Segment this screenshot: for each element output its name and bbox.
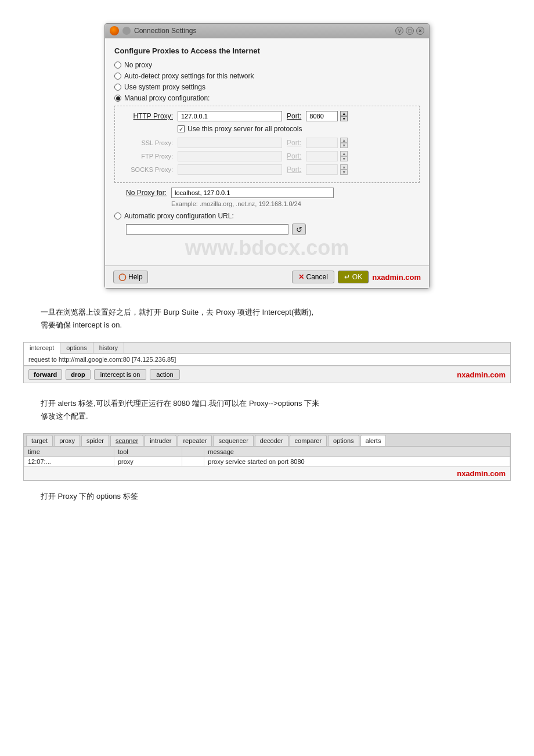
radio-system-proxy[interactable]: Use system proxy settings: [114, 83, 420, 91]
socks-spinner-down: ▼: [340, 170, 348, 175]
radio-no-proxy[interactable]: No proxy: [114, 61, 420, 69]
use-all-label: Use this proxy server for all protocols: [187, 125, 302, 133]
socks-proxy-label: SOCKS Proxy:: [121, 166, 173, 173]
cancel-button[interactable]: ✕ Cancel: [292, 271, 334, 283]
http-proxy-input[interactable]: [178, 111, 282, 121]
use-all-checkbox[interactable]: ✓: [178, 125, 185, 132]
close-button[interactable]: ×: [416, 27, 424, 35]
radio-auto-detect[interactable]: Auto-detect proxy settings for this netw…: [114, 72, 420, 80]
main-tab-sequencer[interactable]: sequencer: [213, 435, 253, 446]
ftp-proxy-label: FTP Proxy:: [121, 153, 173, 160]
main-brand: nxadmin.com: [24, 467, 510, 480]
main-tab-alerts[interactable]: alerts: [360, 435, 387, 446]
socks-proxy-row: SOCKS Proxy: Port: ▲ ▼: [121, 164, 413, 175]
help-label: Help: [128, 273, 143, 281]
http-proxy-row: HTTP Proxy: Port: ▲ ▼: [121, 111, 413, 121]
ssl-spinner-down: ▼: [340, 143, 348, 148]
main-tab-scanner[interactable]: scanner: [110, 435, 143, 446]
ssl-proxy-input[interactable]: [178, 138, 282, 148]
auto-proxy-radio-row[interactable]: Automatic proxy configuration URL:: [114, 212, 420, 220]
drop-button[interactable]: drop: [66, 369, 90, 380]
socks-port-spinner: ▲ ▼: [340, 164, 348, 175]
main-tab-proxy[interactable]: proxy: [54, 435, 80, 446]
ftp-port-input[interactable]: [306, 151, 338, 161]
spinner-up[interactable]: ▲: [340, 111, 348, 116]
firefox-icon: [110, 26, 119, 35]
check-mark: ✓: [179, 126, 183, 132]
intercept-brand: nxadmin.com: [457, 370, 506, 379]
footer-right: ✕ Cancel ↵ OK nxadmin.com: [292, 271, 421, 283]
main-tab-repeater[interactable]: repeater: [178, 435, 212, 446]
watermark-text: www.bdocx.com: [185, 240, 349, 257]
main-tab-target[interactable]: target: [26, 435, 53, 446]
minimize-button[interactable]: ∨: [395, 27, 403, 35]
help-button[interactable]: ◯ Help: [113, 271, 148, 283]
connection-settings-dialog: Connection Settings ∨ □ × Configure Prox…: [104, 23, 430, 289]
ssl-port-spinner: ▲ ▼: [340, 138, 348, 148]
ftp-proxy-input[interactable]: [178, 151, 282, 161]
ok-label: OK: [352, 273, 362, 281]
radio-manual-proxy[interactable]: Manual proxy configuration:: [114, 94, 420, 102]
auto-proxy-label: Automatic proxy configuration URL:: [124, 212, 234, 220]
radio-label-manual: Manual proxy configuration:: [124, 94, 210, 102]
cell-tool: proxy: [114, 457, 182, 467]
ok-button[interactable]: ↵ OK: [338, 271, 369, 283]
ftp-port-label: Port:: [287, 152, 301, 160]
tab-options[interactable]: options: [60, 343, 93, 353]
dialog-title: Connection Settings: [134, 27, 196, 35]
socks-port-input[interactable]: [306, 164, 338, 175]
no-proxy-input[interactable]: [171, 188, 334, 198]
radio-circle-system: [114, 84, 121, 91]
col-tool: tool: [114, 447, 182, 457]
ssl-spinner-up: ▲: [340, 138, 348, 143]
paragraph-2: 打开 alerts 标签,可以看到代理正运行在 8080 端口.我们可以在 Pr…: [41, 397, 511, 423]
port-spinner[interactable]: ▲ ▼: [340, 111, 348, 121]
port-label: Port:: [287, 112, 301, 120]
cancel-label: Cancel: [306, 273, 328, 281]
socks-proxy-input[interactable]: [178, 164, 282, 175]
help-icon: ◯: [118, 273, 126, 281]
auto-proxy-input-row: ↺: [126, 224, 420, 235]
dialog-footer: ◯ Help ✕ Cancel ↵ OK nxadmin.com: [105, 265, 429, 288]
ok-icon: ↵: [344, 273, 350, 281]
forward-button[interactable]: forward: [28, 369, 62, 380]
main-tab-comparer[interactable]: comparer: [290, 435, 327, 446]
reload-button[interactable]: ↺: [292, 224, 306, 235]
dialog-brand: nxadmin.com: [372, 273, 421, 282]
action-button[interactable]: action: [150, 369, 179, 380]
footer-left: ◯ Help: [113, 271, 148, 283]
main-tab-spider[interactable]: spider: [81, 435, 109, 446]
cell-time: 12:07:...: [24, 457, 114, 467]
tab-intercept[interactable]: intercept: [24, 343, 60, 354]
spinner-down[interactable]: ▼: [340, 116, 348, 121]
maximize-button[interactable]: □: [406, 27, 414, 35]
intercept-actions: forward drop intercept is on action nxad…: [24, 366, 510, 383]
no-proxy-example: Example: .mozilla.org, .net.nz, 192.168.…: [171, 200, 420, 207]
col-empty: [182, 447, 204, 457]
ssl-port-input[interactable]: [306, 138, 338, 148]
dialog-body: Configure Proxies to Access the Internet…: [105, 38, 429, 265]
dialog-titlebar: Connection Settings ∨ □ ×: [105, 24, 429, 38]
ftp-proxy-row: FTP Proxy: Port: ▲ ▼: [121, 151, 413, 161]
intercept-panel: intercept options history request to htt…: [23, 342, 511, 383]
burp-main-window: target proxy spider scanner intruder rep…: [23, 433, 511, 481]
main-tab-decoder[interactable]: decoder: [255, 435, 288, 446]
ftp-spinner-up: ▲: [340, 151, 348, 156]
intercept-on-button[interactable]: intercept is on: [94, 369, 146, 380]
bottom-label: 打开 Proxy 下的 options 标签: [41, 491, 511, 502]
main-tab-options[interactable]: options: [328, 435, 359, 446]
dialog-wrapper: Connection Settings ∨ □ × Configure Prox…: [23, 23, 511, 289]
manual-proxy-section: HTTP Proxy: Port: ▲ ▼ ✓ Use this proxy s…: [114, 106, 420, 183]
auto-proxy-url-input[interactable]: [126, 224, 288, 235]
socks-port-label: Port:: [287, 165, 301, 174]
radio-filled-manual: [116, 96, 120, 100]
proxy-radio-group: No proxy Auto-detect proxy settings for …: [114, 61, 420, 102]
titlebar-left: Connection Settings: [110, 26, 196, 35]
port-input[interactable]: [306, 111, 338, 121]
radio-label-system: Use system proxy settings: [124, 83, 205, 91]
use-all-protocols-row[interactable]: ✓ Use this proxy server for all protocol…: [178, 125, 413, 133]
tab-history[interactable]: history: [93, 343, 124, 353]
radio-circle-auto-proxy: [114, 213, 121, 219]
main-tab-intruder[interactable]: intruder: [145, 435, 176, 446]
burp-main-tabs: target proxy spider scanner intruder rep…: [24, 434, 510, 447]
